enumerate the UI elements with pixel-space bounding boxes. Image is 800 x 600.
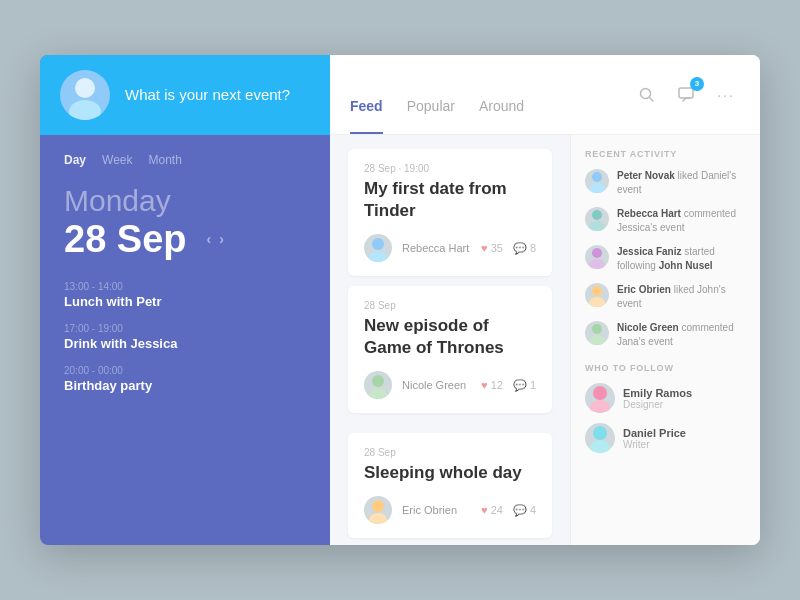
events-list: 13:00 - 14:00 Lunch with Petr 17:00 - 19… (40, 281, 330, 393)
feed-card-1[interactable]: 28 Sep · 19:00 My first date from Tinder… (348, 149, 552, 276)
feed-author-name: Rebecca Hart (402, 242, 471, 254)
more-options-icon[interactable]: ··· (712, 81, 740, 109)
left-panel: What is your next event? Day Week Month … (40, 55, 330, 545)
activity-item: Jessica Faniz started following John Nus… (585, 245, 746, 273)
activity-item: Nicole Green commented Jana's event (585, 321, 746, 349)
prev-date-arrow[interactable]: ‹ (207, 232, 212, 247)
follow-role: Designer (623, 399, 692, 410)
follow-info: Daniel Price Writer (623, 427, 686, 450)
feed-stats: ♥ 24 💬 4 (481, 504, 536, 517)
svg-point-19 (592, 286, 602, 296)
app-container: What is your next event? Day Week Month … (40, 55, 760, 545)
tab-feed[interactable]: Feed (350, 98, 383, 134)
feed-author-avatar (364, 496, 392, 524)
svg-point-6 (369, 251, 387, 262)
feed-card-footer: Rebecca Hart ♥ 35 💬 8 (364, 234, 536, 262)
event-time: 20:00 - 00:00 (64, 365, 306, 376)
heart-icon: ♥ (481, 242, 488, 254)
right-sidebar: RECENT ACTIVITY Peter Novak liked Daniel… (570, 135, 760, 545)
follow-role: Writer (623, 439, 686, 450)
comments-count: 💬 4 (513, 504, 536, 517)
likes-count: ♥ 12 (481, 379, 503, 391)
heart-icon: ♥ (481, 504, 488, 516)
feed-stats: ♥ 12 💬 1 (481, 379, 536, 392)
tab-popular[interactable]: Popular (407, 98, 455, 134)
feed-stats: ♥ 35 💬 8 (481, 242, 536, 255)
feed-card-footer: Eric Obrien ♥ 24 💬 4 (364, 496, 536, 524)
follow-name: Daniel Price (623, 427, 686, 439)
follow-item[interactable]: Daniel Price Writer (585, 423, 746, 453)
day-name: Monday (64, 183, 306, 219)
feed-card-3[interactable]: 28 Sep Sleeping whole day Eric Obrien ♥ … (348, 433, 552, 538)
svg-point-17 (592, 248, 602, 258)
svg-point-1 (69, 100, 101, 120)
follow-item[interactable]: Emily Ramos Designer (585, 383, 746, 413)
date-display: 28 Sep ‹ › (64, 219, 306, 261)
svg-point-8 (369, 388, 387, 399)
event-title: Lunch with Petr (64, 294, 306, 309)
feed-card-title: My first date from Tinder (364, 178, 536, 222)
activity-item: Peter Novak liked Daniel's event (585, 169, 746, 197)
tab-bar: Feed Popular Around (350, 55, 524, 134)
activity-avatar (585, 245, 609, 269)
messages-icon-btn[interactable]: 3 (672, 81, 700, 109)
feed-card-title: Sleeping whole day (364, 462, 536, 484)
activity-item: Eric Obrien liked John's event (585, 283, 746, 311)
profile-header: What is your next event? (40, 55, 330, 135)
comment-icon: 💬 (513, 379, 527, 392)
follow-info: Emily Ramos Designer (623, 387, 692, 410)
event-item[interactable]: 17:00 - 19:00 Drink with Jessica (64, 323, 306, 351)
right-panel: Feed Popular Around 3 ··· (330, 55, 760, 545)
event-time: 17:00 - 19:00 (64, 323, 306, 334)
calendar-nav: Day Week Month (40, 135, 330, 175)
search-icon-btn[interactable] (632, 81, 660, 109)
user-avatar[interactable] (60, 70, 110, 120)
nav-month[interactable]: Month (148, 153, 181, 167)
svg-point-0 (75, 78, 95, 98)
feed-card-date: 28 Sep · 19:00 (364, 163, 536, 174)
svg-point-24 (590, 400, 610, 413)
main-content: 28 Sep · 19:00 My first date from Tinder… (330, 135, 760, 545)
activity-text: Rebecca Hart commented Jessica's event (617, 207, 746, 235)
follow-avatar (585, 423, 615, 453)
svg-point-18 (589, 259, 605, 269)
feed-author-name: Nicole Green (402, 379, 471, 391)
feed-card-2[interactable]: 28 Sep New episode of Game of Thrones Ni… (348, 286, 552, 413)
right-top-bar: Feed Popular Around 3 ··· (330, 55, 760, 135)
activity-avatar (585, 283, 609, 307)
nav-week[interactable]: Week (102, 153, 132, 167)
messages-badge: 3 (690, 77, 704, 91)
svg-point-21 (592, 324, 602, 334)
tab-around[interactable]: Around (479, 98, 524, 134)
activity-text: Peter Novak liked Daniel's event (617, 169, 746, 197)
nav-day[interactable]: Day (64, 153, 86, 167)
svg-point-7 (372, 375, 384, 387)
activity-text: Eric Obrien liked John's event (617, 283, 746, 311)
calendar-date: Monday 28 Sep ‹ › (40, 175, 330, 281)
svg-point-22 (589, 335, 605, 345)
event-title: Birthday party (64, 378, 306, 393)
next-event-prompt: What is your next event? (125, 85, 290, 105)
svg-point-15 (592, 210, 602, 220)
comments-count: 💬 8 (513, 242, 536, 255)
who-to-follow-title: WHO TO FOLLOW (585, 363, 746, 373)
svg-point-16 (589, 221, 605, 231)
next-date-arrow[interactable]: › (219, 232, 224, 247)
svg-point-11 (372, 500, 384, 512)
event-item[interactable]: 13:00 - 14:00 Lunch with Petr (64, 281, 306, 309)
comment-icon: 💬 (513, 504, 527, 517)
svg-point-25 (593, 426, 607, 440)
feed-section: 28 Sep · 19:00 My first date from Tinder… (330, 135, 570, 545)
activity-avatar (585, 169, 609, 193)
likes-count: ♥ 35 (481, 242, 503, 254)
follow-avatar (585, 383, 615, 413)
header-icons: 3 ··· (632, 81, 740, 109)
svg-point-26 (590, 440, 610, 453)
who-to-follow-section: WHO TO FOLLOW Emily Ramos Designer (585, 363, 746, 453)
svg-point-12 (369, 513, 387, 524)
comments-count: 💬 1 (513, 379, 536, 392)
activity-item: Rebecca Hart commented Jessica's event (585, 207, 746, 235)
activity-text: Nicole Green commented Jana's event (617, 321, 746, 349)
event-time: 13:00 - 14:00 (64, 281, 306, 292)
event-item[interactable]: 20:00 - 00:00 Birthday party (64, 365, 306, 393)
